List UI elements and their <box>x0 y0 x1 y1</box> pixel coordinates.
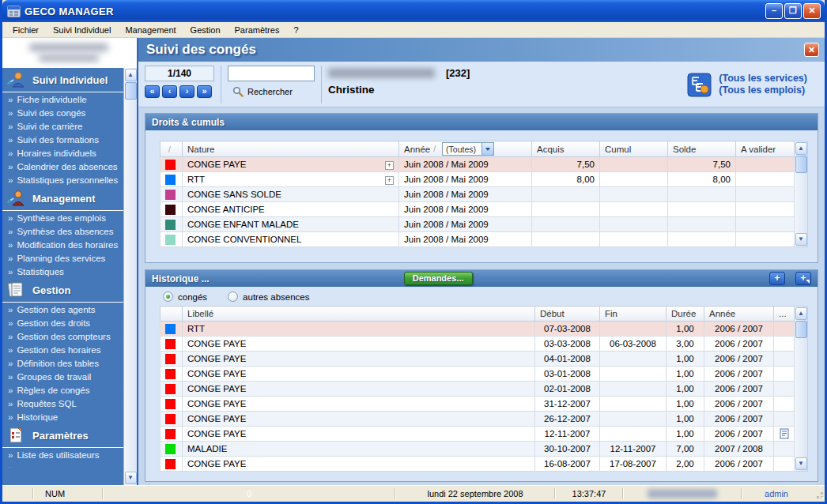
column-header-fin[interactable]: Fin <box>600 307 667 322</box>
next-record-button[interactable]: › <box>179 85 194 98</box>
sidebar-item-requetes-sql[interactable]: »Requêtes SQL <box>2 397 123 410</box>
previous-record-button[interactable]: ‹ <box>162 85 177 98</box>
expand-icon[interactable]: + <box>385 161 394 170</box>
sidebar-item-suivi-des-formations[interactable]: »Suivi des formations <box>2 133 123 146</box>
table-row[interactable]: CONGE PAYE 03-03-2008 06-03-2008 3,00 20… <box>160 337 795 352</box>
column-header-duree[interactable]: Durée <box>667 307 704 322</box>
radio-unchecked-icon[interactable] <box>228 291 238 302</box>
sidebar-item-clipped[interactable]: » <box>2 461 123 468</box>
table-row[interactable]: CONGE ENFANT MALADE Juin 2008 / Mai 2009 <box>160 217 795 232</box>
droits-table: / Nature Année / (Toutes) <box>160 141 795 247</box>
add-multiple-button[interactable]: + <box>795 272 811 285</box>
sidebar-item-historique[interactable]: »Historique <box>2 410 123 423</box>
menu-management[interactable]: Management <box>118 24 183 36</box>
scroll-up-icon[interactable]: ▲ <box>795 142 807 155</box>
table-row[interactable]: MALADIE 30-10-2007 12-11-2007 7,00 2007 … <box>160 442 795 457</box>
column-header-nature[interactable]: Nature <box>183 141 399 157</box>
droits-scrollbar[interactable]: ▲ ▼ <box>795 141 808 247</box>
chevron-down-icon[interactable] <box>481 143 493 155</box>
sidebar-item-liste-des-utilisateurs[interactable]: »Liste des utilisateurs <box>2 448 123 461</box>
table-row[interactable]: CONGE CONVENTIONNEL Juin 2008 / Mai 2009 <box>160 232 795 247</box>
expand-icon[interactable]: + <box>385 176 394 185</box>
scrollbar-thumb[interactable] <box>795 156 807 173</box>
sidebar-item-synthese-des-emplois[interactable]: »Synthèse des emplois <box>2 211 123 224</box>
column-header-debut[interactable]: Début <box>535 307 600 322</box>
menu-parametres[interactable]: Paramètres <box>228 24 287 36</box>
column-header-select[interactable] <box>160 307 183 322</box>
record-navigator: 1/140 « ‹ › » <box>145 66 214 103</box>
table-row[interactable]: RTT 07-03-2008 1,00 2006 / 2007 <box>160 322 795 337</box>
sidebar-item-regles-de-conges[interactable]: »Règles de congés <box>2 383 123 397</box>
table-row[interactable]: CONGE PAYE 16-08-2007 17-08-2007 2,00 20… <box>160 457 795 472</box>
section-suivi-individuel: Suivi Individuel <box>2 68 123 92</box>
column-header-a-valider[interactable]: A valider <box>736 141 795 157</box>
table-row[interactable]: RTT+ Juin 2008 / Mai 2009 8,00 8,00 <box>160 172 795 187</box>
sidebar-item-modification-des-horaires[interactable]: »Modification des horaires <box>2 238 123 251</box>
color-swatch <box>165 324 176 334</box>
column-header-acquis[interactable]: Acquis <box>532 141 600 157</box>
scrollbar-thumb[interactable] <box>795 321 807 338</box>
sidebar-item-gestion-des-compteurs[interactable]: »Gestion des compteurs <box>2 329 123 343</box>
sidebar-item-groupes-de-travail[interactable]: »Groupes de travail <box>2 370 123 383</box>
scroll-down-icon[interactable]: ▼ <box>795 233 807 246</box>
demandes-button[interactable]: Demandes... <box>404 272 473 285</box>
column-header-solde[interactable]: Solde <box>668 141 736 157</box>
scroll-up-icon[interactable]: ▲ <box>795 307 807 320</box>
table-row[interactable]: CONGE PAYE+ Juin 2008 / Mai 2009 7,50 7,… <box>160 157 795 172</box>
first-record-button[interactable]: « <box>145 85 160 98</box>
close-button[interactable]: ✕ <box>803 3 821 19</box>
sidebar-item-synthese-des-absences[interactable]: »Synthèse des absences <box>2 224 123 238</box>
table-row[interactable]: CONGE PAYE 31-12-2007 1,00 2006 / 2007 <box>160 397 795 412</box>
radio-autres-absences[interactable]: autres absences <box>228 291 309 302</box>
scroll-down-icon[interactable]: ▼ <box>125 472 137 484</box>
resize-grip[interactable] <box>812 487 825 500</box>
last-record-button[interactable]: » <box>197 85 212 98</box>
main-area: Suivi des congés ✕ 1/140 « ‹ › » <box>137 38 825 485</box>
radio-checked-icon[interactable] <box>163 291 173 302</box>
note-icon[interactable] <box>780 428 789 439</box>
year-filter-dropdown[interactable]: (Toutes) <box>442 142 494 156</box>
sidebar-item-gestion-des-droits[interactable]: »Gestion des droits <box>2 316 123 329</box>
table-row[interactable]: CONGE ANTICIPE Juin 2008 / Mai 2009 <box>160 202 795 217</box>
add-entry-button[interactable]: + <box>769 272 785 285</box>
menu-gestion[interactable]: Gestion <box>183 24 228 36</box>
table-row[interactable]: CONGE PAYE 26-12-2007 1,00 2006 / 2007 <box>160 412 795 427</box>
sidebar-item-gestion-des-horaires[interactable]: »Gestion des horaires <box>2 343 123 356</box>
sidebar-item-planning-des-services[interactable]: »Planning des services <box>2 251 123 265</box>
column-header-cumul[interactable]: Cumul <box>600 141 668 157</box>
column-header-sort[interactable]: / <box>160 141 183 157</box>
menu-fichier[interactable]: Fichier <box>6 24 46 36</box>
sidebar-item-gestion-des-agents[interactable]: »Gestion des agents <box>2 303 123 316</box>
scroll-down-icon[interactable]: ▼ <box>795 457 807 470</box>
sidebar-item-calendrier-des-absences[interactable]: »Calendrier des absences <box>2 160 123 173</box>
sidebar-item-suivi-de-carriere[interactable]: »Suivi de carrière <box>2 119 123 133</box>
sidebar-scrollbar[interactable]: ▲ ▼ <box>123 68 137 485</box>
table-row[interactable]: CONGE PAYE 04-01-2008 1,00 2006 / 2007 <box>160 352 795 367</box>
search-button[interactable]: Rechercher <box>228 86 315 97</box>
historique-scrollbar[interactable]: ▲ ▼ <box>795 306 808 472</box>
scroll-up-icon[interactable]: ▲ <box>125 69 137 81</box>
scope-filter[interactable]: (Tous les services) (Tous les emplois) <box>687 66 818 103</box>
column-header-annee[interactable]: Année / (Toutes) <box>399 141 532 157</box>
view-close-button[interactable]: ✕ <box>804 43 819 57</box>
column-header-more[interactable]: ... <box>774 307 795 322</box>
table-row[interactable]: CONGE PAYE 12-11-2007 1,00 2006 / 2007 <box>160 427 795 442</box>
search-input[interactable] <box>228 66 315 81</box>
column-header-libelle[interactable]: Libellé <box>183 307 535 322</box>
menu-suivi-individuel[interactable]: Suivi Individuel <box>46 24 118 36</box>
sidebar-item-statistiques-personnelles[interactable]: »Statistiques personnelles <box>2 173 123 186</box>
table-row[interactable]: CONGE PAYE 02-01-2008 1,00 2006 / 2007 <box>160 382 795 397</box>
sidebar-item-fiche-individuelle[interactable]: »Fiche individuelle <box>2 92 123 106</box>
radio-conges[interactable]: congés <box>163 291 207 302</box>
table-row[interactable]: CONGE PAYE 03-01-2008 1,00 2006 / 2007 <box>160 367 795 382</box>
scrollbar-thumb[interactable] <box>125 82 137 100</box>
sidebar-item-definition-des-tables[interactable]: »Définition des tables <box>2 356 123 370</box>
sidebar-item-horaires-individuels[interactable]: »Horaires individuels <box>2 146 123 160</box>
sidebar-item-statistiques[interactable]: »Statistiques <box>2 265 123 278</box>
minimize-button[interactable]: – <box>765 3 783 19</box>
sidebar-item-suivi-des-conges[interactable]: »Suivi des congés <box>2 106 123 119</box>
maximize-button[interactable]: ❒ <box>784 3 802 19</box>
table-row[interactable]: CONGE SANS SOLDE Juin 2008 / Mai 2009 <box>160 187 795 202</box>
menu-help[interactable]: ? <box>286 24 305 36</box>
column-header-annee[interactable]: Année <box>704 307 774 322</box>
